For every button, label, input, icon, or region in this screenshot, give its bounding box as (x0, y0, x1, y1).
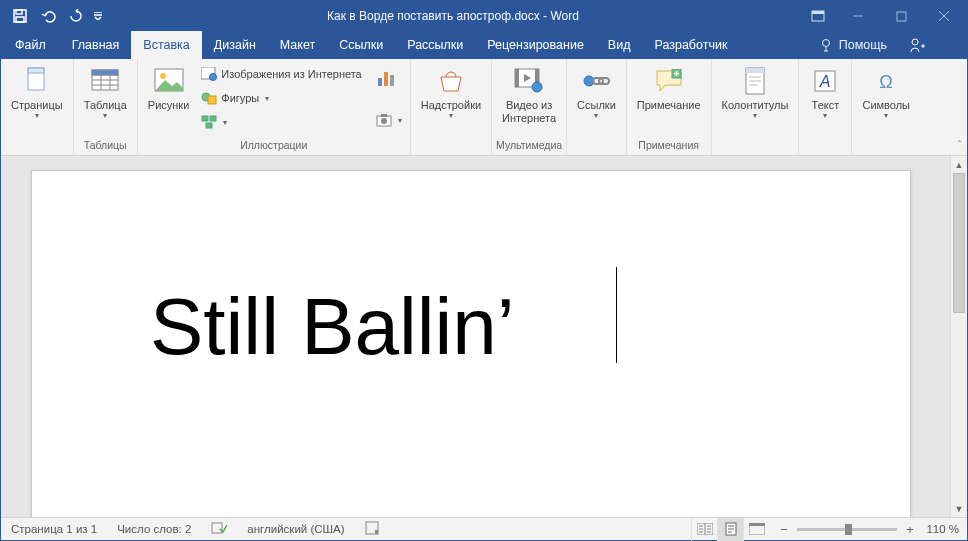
online-video-button[interactable]: Видео из Интернета (496, 61, 562, 127)
status-language[interactable]: английский (США) (237, 518, 354, 540)
redo-button[interactable] (63, 3, 89, 29)
tab-review[interactable]: Рецензирование (475, 31, 596, 59)
links-button[interactable]: Ссылки ▾ (571, 61, 622, 122)
status-language-label: английский (США) (247, 523, 344, 535)
tab-view[interactable]: Вид (596, 31, 643, 59)
close-button[interactable] (921, 1, 967, 31)
document-title: Как в Ворде поставить апостроф.docx - Wo… (105, 9, 801, 23)
maximize-button[interactable] (881, 1, 921, 31)
link-icon (580, 65, 612, 97)
status-macro[interactable] (355, 518, 389, 540)
minimize-button[interactable] (835, 1, 881, 31)
group-pages-label (5, 139, 69, 155)
spellcheck-icon (211, 521, 227, 537)
scroll-up-button[interactable]: ▲ (951, 156, 967, 173)
pictures-button[interactable]: Рисунки (142, 61, 196, 114)
scroll-down-button[interactable]: ▼ (951, 500, 967, 517)
chevron-down-icon: ▾ (823, 112, 827, 120)
online-pictures-button[interactable]: Изображения из Интернета (197, 63, 365, 85)
group-pages: Страницы ▾ (1, 59, 74, 155)
svg-rect-2 (16, 17, 24, 22)
smartart-button[interactable]: ▾ (197, 111, 365, 133)
tab-design[interactable]: Дизайн (202, 31, 268, 59)
chevron-down-icon: ▾ (265, 94, 269, 103)
tab-layout[interactable]: Макет (268, 31, 327, 59)
picture-icon (153, 65, 185, 97)
save-button[interactable] (7, 3, 33, 29)
undo-button[interactable] (35, 3, 61, 29)
comment-button[interactable]: Примечание (631, 61, 707, 114)
ribbon-insert: Страницы ▾ Таблица ▾ Таблицы Рисунки (1, 59, 967, 156)
zoom-out-button[interactable]: − (777, 522, 791, 537)
chevron-down-icon: ▾ (223, 118, 227, 127)
view-read-mode[interactable] (691, 518, 717, 541)
svg-point-6 (822, 40, 829, 47)
svg-point-30 (532, 82, 542, 92)
symbols-button[interactable]: Ω Символы ▾ (856, 61, 916, 122)
tab-mailings[interactable]: Рассылки (395, 31, 475, 59)
chevron-down-icon: ▾ (753, 112, 757, 120)
chart-button[interactable] (372, 63, 406, 107)
zoom-slider-handle[interactable] (845, 524, 852, 535)
ribbon-display-options-button[interactable] (801, 1, 835, 31)
tell-me-label: Помощь (839, 38, 887, 52)
tab-file[interactable]: Файл (1, 31, 60, 59)
status-page-label: Страница 1 из 1 (11, 523, 97, 535)
chart-icon (376, 67, 398, 89)
tab-home[interactable]: Главная (60, 31, 132, 59)
group-comments-label: Примечания (631, 139, 707, 155)
chevron-down-icon: ▾ (594, 112, 598, 120)
svg-point-25 (381, 118, 387, 124)
collapse-ribbon-button[interactable]: ˆ (958, 140, 961, 151)
qat-customize-button[interactable] (91, 3, 105, 29)
page-icon (21, 65, 53, 97)
document-area: Still Ballin’ ▲ ▼ (1, 156, 967, 517)
vertical-scrollbar[interactable]: ▲ ▼ (950, 156, 967, 517)
group-text: A Текст ▾ (799, 59, 852, 155)
tab-overflow[interactable] (939, 31, 967, 59)
shapes-button[interactable]: Фигуры ▾ (197, 87, 365, 109)
screenshot-button[interactable]: ▾ (372, 109, 406, 131)
addins-button[interactable]: Надстройки ▾ (415, 61, 487, 122)
header-footer-button[interactable]: Колонтитулы ▾ (716, 61, 795, 122)
page-viewport[interactable]: Still Ballin’ (1, 156, 950, 517)
view-print-layout[interactable] (717, 518, 743, 541)
status-page[interactable]: Страница 1 из 1 (1, 518, 107, 540)
svg-rect-22 (384, 72, 388, 86)
zoom-in-button[interactable]: + (903, 522, 917, 537)
group-media: Видео из Интернета Мультимедиа (492, 59, 567, 155)
tab-developer[interactable]: Разработчик (642, 31, 739, 59)
tab-references[interactable]: Ссылки (327, 31, 395, 59)
status-word-count[interactable]: Число слов: 2 (107, 518, 201, 540)
tell-me[interactable]: Помощь (809, 31, 897, 59)
document-text[interactable]: Still Ballin’ (150, 281, 515, 373)
zoom-level[interactable]: 110 % (923, 523, 959, 535)
group-media-label: Мультимедиа (496, 139, 562, 155)
zoom-slider[interactable] (797, 528, 897, 531)
svg-rect-5 (897, 12, 906, 21)
view-web-layout[interactable] (743, 518, 769, 541)
online-pictures-icon (201, 66, 217, 82)
pages-button[interactable]: Страницы ▾ (5, 61, 69, 122)
scroll-thumb[interactable] (953, 173, 965, 313)
svg-rect-9 (28, 68, 44, 73)
word-window: Как в Ворде поставить апостроф.docx - Wo… (0, 0, 968, 541)
group-text-label (803, 139, 847, 155)
chevron-down-icon: ▾ (398, 116, 402, 125)
status-spellcheck[interactable] (201, 518, 237, 540)
share-button[interactable] (897, 31, 939, 59)
text-button[interactable]: A Текст ▾ (803, 61, 847, 122)
store-icon (435, 65, 467, 97)
page[interactable]: Still Ballin’ (31, 170, 911, 517)
scroll-track[interactable] (951, 173, 967, 500)
ribbon-tabs: Файл Главная Вставка Дизайн Макет Ссылки… (1, 31, 967, 59)
window-controls (835, 1, 967, 31)
status-words-label: Число слов: 2 (117, 523, 191, 535)
tab-insert[interactable]: Вставка (131, 31, 201, 59)
table-button[interactable]: Таблица ▾ (78, 61, 133, 122)
group-addins-label (415, 139, 487, 155)
chevron-down-icon: ▾ (103, 112, 107, 120)
svg-rect-4 (812, 11, 824, 14)
group-tables: Таблица ▾ Таблицы (74, 59, 138, 155)
quick-access-toolbar (1, 3, 105, 29)
